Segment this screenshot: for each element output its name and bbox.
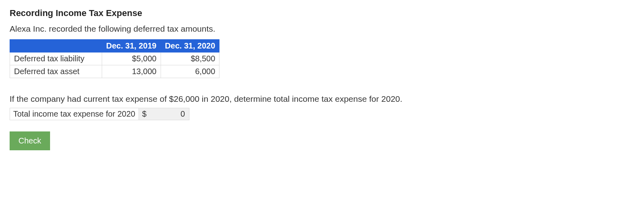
- currency-symbol: $: [139, 108, 149, 120]
- table-header-blank: [10, 40, 102, 52]
- intro-text: Alexa Inc. recorded the following deferr…: [10, 24, 634, 34]
- page-title: Recording Income Tax Expense: [10, 8, 634, 18]
- table-row: Deferred tax liability $5,000 $8,500: [10, 52, 219, 65]
- cell-2019: 13,000: [102, 65, 161, 78]
- row-label: Deferred tax asset: [10, 65, 102, 78]
- question-text: If the company had current tax expense o…: [10, 94, 634, 104]
- table-row: Deferred tax asset 13,000 6,000: [10, 65, 219, 78]
- check-button[interactable]: Check: [10, 131, 50, 150]
- table-header-2020: Dec. 31, 2020: [161, 40, 219, 52]
- cell-2020: 6,000: [161, 65, 219, 78]
- row-label: Deferred tax liability: [10, 52, 102, 65]
- answer-label: Total income tax expense for 2020: [10, 108, 139, 120]
- answer-table: Total income tax expense for 2020 $: [10, 108, 189, 120]
- table-header-2019: Dec. 31, 2019: [102, 40, 161, 52]
- deferred-tax-table: Dec. 31, 2019 Dec. 31, 2020 Deferred tax…: [10, 39, 219, 78]
- cell-2020: $8,500: [161, 52, 219, 65]
- answer-input[interactable]: [149, 108, 189, 120]
- cell-2019: $5,000: [102, 52, 161, 65]
